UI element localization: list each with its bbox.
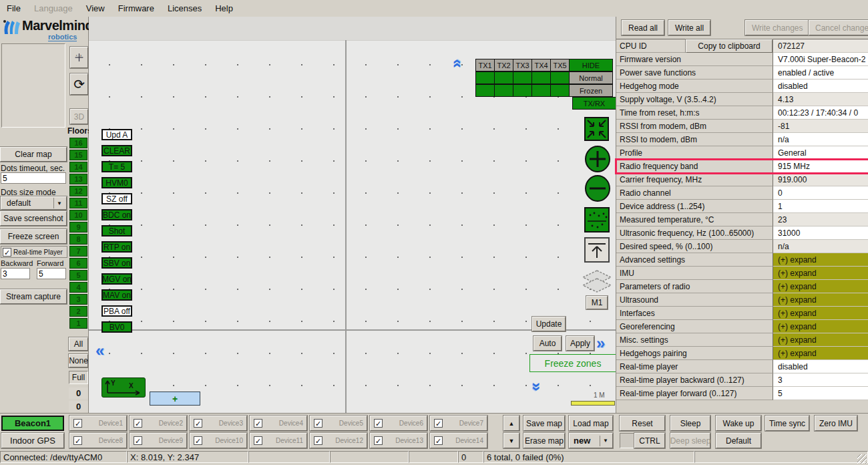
tx-cell[interactable] [513, 71, 532, 84]
floor-10-button[interactable]: 10 [69, 210, 87, 220]
row-value[interactable]: enabled / active [773, 66, 868, 80]
row-value[interactable]: General [773, 146, 868, 160]
tab-beacon1[interactable]: Beacon1 [1, 416, 64, 431]
device10-toggle[interactable]: ✓Device10 [190, 433, 247, 448]
dots-view-button[interactable] [584, 207, 609, 232]
checkbox-icon[interactable]: ✓ [314, 436, 322, 445]
tx3-header[interactable]: TX3 [513, 59, 532, 71]
ctrl-button[interactable]: CTRL [634, 433, 665, 448]
device6-toggle[interactable]: ✓Device6 [370, 416, 427, 431]
expand-cell[interactable]: (+) expand [773, 293, 868, 307]
expand-cell[interactable]: (+) expand [773, 307, 868, 320]
rtp-on-button[interactable]: RTP on [101, 241, 132, 253]
expand-cell[interactable]: (+) expand [773, 333, 868, 347]
chevron-up-icon[interactable]: » [448, 59, 464, 67]
checkbox-icon[interactable]: ✓ [254, 419, 262, 428]
checkbox-icon[interactable]: ✓ [434, 419, 443, 428]
map-canvas[interactable]: Upd A CLEAR T= 5 HVM0 SZ off BDC on Shot… [89, 17, 616, 413]
device2-toggle[interactable]: ✓Device2 [130, 416, 187, 431]
row-value[interactable]: 31000 [773, 226, 868, 240]
update-button[interactable]: Update [532, 317, 566, 331]
resize-grip[interactable] [857, 454, 867, 464]
checkbox-icon[interactable]: ✓ [134, 419, 142, 428]
erase-map-button[interactable]: Erase map [523, 433, 565, 448]
m1-button[interactable]: M1 [586, 296, 608, 309]
floor-7-button[interactable]: 7 [69, 246, 87, 257]
checkbox-icon[interactable]: ✓ [194, 436, 202, 445]
t5-button[interactable]: T= 5 [101, 161, 132, 172]
device9-toggle[interactable]: ✓Device9 [130, 433, 187, 448]
floor-14-button[interactable]: 14 [69, 162, 87, 172]
tx-cell[interactable] [513, 84, 532, 97]
auto-button[interactable]: Auto [533, 336, 562, 351]
menu-licenses[interactable]: Licenses [161, 1, 208, 15]
default-button[interactable]: Default [716, 433, 761, 448]
tx2-header[interactable]: TX2 [494, 59, 513, 71]
tx-cell[interactable] [494, 84, 513, 97]
device12-toggle[interactable]: ✓Device12 [310, 433, 367, 448]
menu-file[interactable]: File [0, 1, 27, 15]
checkbox-icon[interactable]: ✓ [314, 419, 322, 428]
floor-1-button[interactable]: 1 [69, 318, 87, 329]
scroll-up-button[interactable]: ▲ [503, 416, 519, 431]
tab-indoor-gps[interactable]: Indoor GPS [1, 433, 64, 448]
bv0-button[interactable]: BV0 [101, 321, 132, 333]
fit-to-screen-button[interactable] [584, 117, 609, 141]
mav-on-button[interactable]: MAV on [101, 289, 132, 301]
apply-button[interactable]: Apply [566, 336, 594, 351]
wake-up-button[interactable]: Wake up [716, 416, 761, 431]
sleep-button[interactable]: Sleep [670, 416, 710, 431]
floor-3-button[interactable]: 3 [69, 294, 87, 305]
backward-input[interactable] [1, 268, 30, 279]
write-changes-button[interactable]: Write changes [745, 20, 809, 35]
chevron-down-icon[interactable]: » [529, 382, 545, 391]
layers-icon[interactable] [582, 269, 606, 296]
load-map-button[interactable]: Load map [569, 416, 613, 431]
floor-9-button[interactable]: 9 [69, 222, 87, 232]
clear-button[interactable]: CLEAR [101, 145, 132, 156]
checkbox-icon[interactable]: ✓ [434, 436, 443, 445]
zero-imu-button[interactable]: Zero IMU [815, 416, 857, 431]
ctrl-checkbox[interactable] [620, 433, 634, 448]
freeze-zones-label[interactable]: Freeze zones [529, 354, 616, 372]
reset-button[interactable]: Reset [620, 416, 665, 431]
normal-button[interactable]: Normal [569, 71, 613, 84]
row-value[interactable]: 0 [773, 186, 868, 200]
cancel-changes-button[interactable]: Cancel changes [809, 20, 868, 35]
checkbox-icon[interactable]: ✓ [254, 436, 262, 445]
tx-cell[interactable] [550, 84, 570, 97]
frozen-button[interactable]: Frozen [569, 84, 613, 97]
txrx-button[interactable]: TX/RX [572, 97, 616, 110]
floor-6-button[interactable]: 6 [69, 258, 87, 269]
floor-2-button[interactable]: 2 [69, 306, 87, 317]
write-all-button[interactable]: Write all [668, 20, 710, 35]
scroll-down-button[interactable]: ▼ [503, 433, 519, 448]
shot-button[interactable]: Shot [101, 225, 132, 237]
pba-off-button[interactable]: PBA off [101, 305, 132, 317]
chevron-right-icon[interactable]: » [596, 335, 605, 351]
row-value[interactable]: disabled [773, 80, 868, 93]
save-map-button[interactable]: Save map [523, 416, 565, 431]
checkbox-icon[interactable]: ✓ [194, 419, 202, 428]
floors-full-button[interactable]: Full [69, 371, 88, 384]
copy-to-clipboard-button[interactable]: Copy to clipboard [686, 39, 773, 53]
device7-toggle[interactable]: ✓Device7 [430, 416, 487, 431]
device11-toggle[interactable]: ✓Device11 [250, 433, 307, 448]
floor-15-button[interactable]: 15 [69, 150, 87, 160]
menu-help[interactable]: Help [208, 1, 240, 15]
tx4-header[interactable]: TX4 [531, 59, 551, 71]
row-value[interactable]: 3 [773, 373, 868, 387]
device8-toggle[interactable]: ✓Device8 [69, 433, 127, 448]
beacon-list-box[interactable] [1, 43, 65, 128]
chevron-left-icon[interactable]: « [95, 343, 104, 359]
upd-a-button[interactable]: Upd A [101, 129, 132, 140]
realtime-player-checkbox[interactable]: ✓ [3, 248, 11, 257]
checkbox-icon[interactable]: ✓ [134, 436, 142, 445]
tx-cell[interactable] [475, 71, 495, 84]
menu-view[interactable]: View [79, 1, 112, 15]
checkbox-icon[interactable]: ✓ [374, 436, 383, 445]
row-value[interactable]: disabled [773, 360, 868, 373]
tx-cell[interactable] [494, 71, 513, 84]
axes-tool-button[interactable]: xy [70, 47, 88, 68]
floor-5-button[interactable]: 5 [69, 270, 87, 281]
